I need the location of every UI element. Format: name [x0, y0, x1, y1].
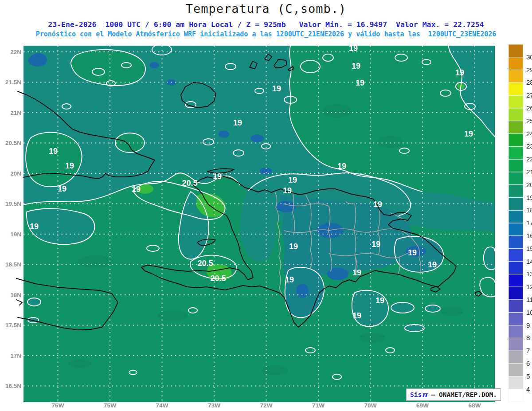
colorbar: 3029282726252423222120191817161514131211… — [509, 44, 532, 402]
lon-tick-label: 68W — [469, 402, 481, 409]
colorbar-segment->30 — [509, 44, 523, 57]
colorbar-tick-label: 12 — [526, 283, 532, 290]
lon-tick-label: 70W — [364, 402, 377, 409]
lat-tick-label: 20.5N — [5, 140, 21, 146]
colorbar-tick-label: 8 — [526, 334, 530, 341]
colorbar-segment-27-28 — [509, 82, 523, 95]
contour-label-19: 19 — [289, 242, 298, 251]
contour-label-19: 19 — [213, 172, 222, 181]
contour-label-19: 19 — [288, 176, 297, 184]
field-blue-4 — [219, 131, 229, 138]
colorbar-tick-label: 4 — [526, 385, 530, 393]
lon-tick-label: 72W — [260, 402, 273, 409]
lat-tick-label: 16.5N — [5, 383, 21, 389]
colorbar-tick-label: 29 — [526, 66, 532, 74]
field-blue-5 — [250, 134, 264, 142]
colorbar-tick-label: 16 — [526, 232, 532, 239]
lon-tick-label: 76W — [52, 402, 64, 409]
colorbar-segment-5-6 — [509, 364, 523, 376]
colorbar-tick-label: 23 — [526, 142, 532, 150]
contour-label-19: 19 — [285, 275, 294, 284]
lat-tick-label: 19.5N — [5, 200, 21, 207]
colorbar-segment-25-26 — [509, 108, 523, 121]
weather-map-page: Temperatura (C,somb.) 23-Ene-2026 1000 U… — [0, 0, 532, 411]
colorbar-tick-label: 13 — [526, 270, 532, 278]
credit-pi-icon: π — [422, 390, 427, 399]
lon-tick-label: 71W — [312, 402, 325, 409]
lat-tick-label: 21.5N — [5, 79, 21, 86]
colorbar-segment-15-16 — [509, 236, 523, 249]
contour-label-19: 19 — [65, 161, 74, 170]
colorbar-tick-label: 22 — [526, 155, 532, 163]
colorbar-tick-label: 20 — [526, 181, 532, 188]
contour-label-19: 19 — [356, 78, 364, 87]
credit-onamet: – ONAMET/REP.DOM. — [427, 391, 497, 398]
colorbar-segment-29-30 — [509, 57, 523, 70]
map-figure: 1919191919191919191919191919191919191919… — [0, 0, 532, 411]
contour-label-19: 19 — [373, 200, 382, 209]
lat-tick-label: 18.5N — [5, 261, 21, 268]
colorbar-tick-label: 7 — [526, 347, 530, 354]
colorbar-segment-<4 — [509, 389, 523, 402]
colorbar-tick-label: 19 — [526, 194, 532, 201]
colorbar-tick-label: 6 — [526, 360, 530, 367]
colorbar-tick-label: 25 — [526, 117, 532, 125]
colorbar-segment-7-8 — [509, 338, 523, 351]
colorbar-segment-6-7 — [509, 351, 523, 364]
colorbar-tick-label: 28 — [526, 78, 532, 86]
colorbar-tick-label: 10 — [526, 309, 532, 316]
colorbar-segment-14-15 — [509, 249, 523, 262]
contour-label-19: 19 — [352, 62, 360, 70]
colorbar-tick-label: 24 — [526, 130, 532, 137]
colorbar-segment-21-22 — [509, 159, 523, 172]
colorbar-segment-16-17 — [509, 223, 523, 236]
colorbar-tick-label: 21 — [526, 168, 532, 176]
lon-tick-label: 74W — [156, 402, 168, 409]
contour-label-19: 19 — [272, 84, 281, 93]
contour-label-19: 19 — [30, 222, 39, 231]
contour-label-19: 19 — [283, 186, 292, 195]
field-blue-2 — [149, 62, 159, 68]
lon-tick-label: 69W — [416, 402, 429, 409]
credit-badge: Sisπ – ONAMET/REP.DOM. — [406, 388, 501, 401]
field-blue-bahoruco — [296, 284, 309, 298]
contour-label-20.5: 20.5 — [210, 274, 226, 283]
colorbar-segment-20-21 — [509, 172, 523, 185]
lat-tick-label: 17N — [10, 352, 21, 359]
colorbar-segment-22-23 — [509, 146, 523, 159]
lat-tick-label: 19N — [10, 231, 21, 238]
colorbar-tick-label: 15 — [526, 245, 532, 252]
contour-label-20.5: 20.5 — [197, 259, 213, 268]
colorbar-tick-label: 26 — [526, 104, 532, 112]
colorbar-tick-label: 11 — [526, 296, 532, 303]
colorbar-segment-12-13 — [509, 274, 523, 287]
contour-label-19: 19 — [58, 184, 66, 193]
contour-label-19: 19 — [349, 44, 358, 53]
colorbar-segment-28-29 — [509, 70, 523, 83]
contour-label-19: 19 — [428, 260, 437, 269]
colorbar-segment-17-18 — [509, 210, 523, 223]
lat-tick-label: 17.5N — [5, 322, 21, 329]
field-blue-dr-3 — [327, 268, 348, 280]
colorbar-segment-11-12 — [509, 287, 523, 300]
colorbar-segment-4-5 — [509, 376, 523, 389]
colorbar-tick-label: 30 — [526, 53, 532, 61]
lat-tick-label: 22N — [10, 49, 21, 55]
colorbar-segment-9-10 — [509, 313, 523, 325]
contour-label-20.5: 20.5 — [182, 179, 197, 188]
contour-label-19: 19 — [376, 296, 384, 305]
colorbar-tick-label: 27 — [526, 91, 532, 99]
jamaica-west-mark — [16, 300, 22, 305]
colorbar-segment-8-9 — [509, 325, 523, 338]
lon-tick-label: 75W — [104, 402, 116, 409]
colorbar-tick-label: 5 — [526, 372, 530, 380]
colorbar-tick-label: 14 — [526, 258, 532, 265]
contour-label-19: 19 — [337, 162, 346, 171]
contour-label-19: 19 — [464, 129, 473, 138]
lat-tick-label: 21N — [10, 110, 21, 116]
colorbar-tick-label: 17 — [526, 219, 532, 227]
colorbar-tick-label: 9 — [526, 321, 530, 329]
contour-label-19: 19 — [352, 268, 361, 277]
contour-label-19: 19 — [352, 311, 361, 320]
lat-tick-label: 18N — [10, 292, 21, 298]
